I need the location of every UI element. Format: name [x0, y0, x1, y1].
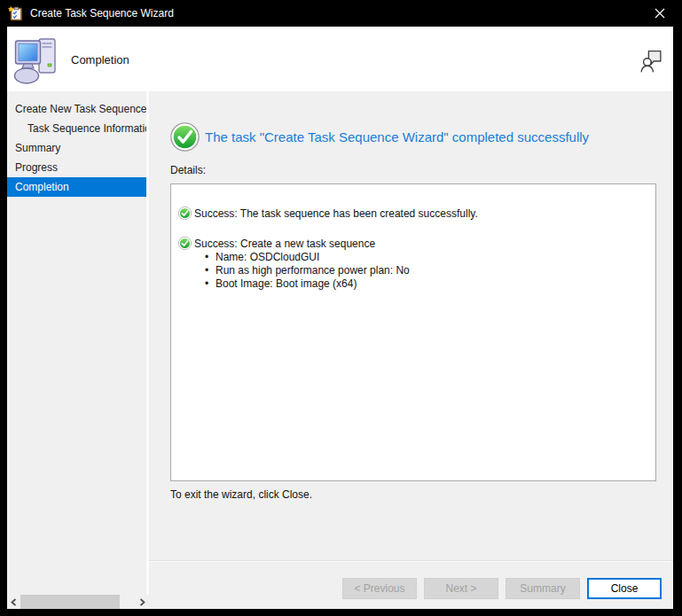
detail-bullet-text: Boot Image: Boot image (x64)	[216, 277, 357, 291]
success-icon-small	[178, 207, 192, 220]
exit-hint-text: To exit the wizard, click Close.	[170, 488, 312, 501]
page-title: Completion	[71, 52, 129, 66]
details-label: Details:	[170, 164, 206, 176]
wizard-body: Create New Task Sequence Task Sequence I…	[7, 91, 673, 609]
wizard-steps-sidebar: Create New Task Sequence Task Sequence I…	[7, 91, 146, 609]
sidebar-item-progress[interactable]: Progress	[7, 158, 146, 177]
close-icon	[655, 8, 665, 19]
sidebar-item-summary[interactable]: Summary	[7, 138, 146, 158]
detail-entry: Success: The task sequence has been crea…	[171, 207, 655, 221]
wizard-header: Completion	[7, 27, 673, 91]
next-button[interactable]: Next >	[424, 578, 498, 599]
previous-button[interactable]: < Previous	[342, 578, 417, 599]
detail-bullet-name: • Name: OSDCloudGUI	[205, 251, 655, 264]
success-icon-large	[170, 122, 200, 152]
close-wizard-button[interactable]: Close	[587, 578, 662, 599]
success-icon-small	[178, 237, 192, 250]
window-title: Create Task Sequence Wizard	[30, 7, 174, 19]
bullet-icon: •	[205, 251, 216, 264]
completion-page: The task "Create Task Sequence Wizard" c…	[149, 91, 673, 609]
titlebar: Create Task Sequence Wizard	[0, 0, 682, 27]
feedback-person-icon	[640, 49, 662, 74]
detail-entry-text: Success: Create a new task sequence	[194, 237, 375, 251]
detail-bullet-power-plan: • Run as high performance power plan: No	[205, 264, 655, 277]
close-button[interactable]	[649, 3, 670, 24]
detail-bullet-text: Name: OSDCloudGUI	[216, 251, 319, 264]
bullet-icon: •	[205, 264, 216, 277]
sidebar-item-task-sequence-information[interactable]: Task Sequence Information	[7, 119, 146, 138]
computer-icon	[12, 35, 60, 84]
detail-entry-text: Success: The task sequence has been crea…	[194, 207, 478, 221]
detail-bullet-text: Run as high performance power plan: No	[216, 264, 410, 277]
scroll-right-button[interactable]	[136, 595, 149, 609]
completion-heading: The task "Create Task Sequence Wizard" c…	[205, 129, 589, 144]
summary-button[interactable]: Summary	[506, 578, 580, 599]
detail-bullet-boot-image: • Boot Image: Boot image (x64)	[205, 277, 655, 291]
detail-entry: Success: Create a new task sequence	[171, 237, 655, 251]
wizard-window: Completion Create New Task Sequence Task…	[7, 27, 673, 609]
task-sequence-wizard-icon	[8, 6, 23, 21]
bullet-icon: •	[205, 277, 216, 291]
horizontal-scrollbar[interactable]	[7, 595, 149, 609]
scrollbar-thumb[interactable]	[20, 595, 120, 609]
chevron-right-icon	[139, 598, 145, 606]
wizard-button-bar: < Previous Next > Summary Close	[149, 560, 673, 609]
sidebar-item-completion[interactable]: Completion	[7, 177, 146, 197]
sidebar-item-create-new-task-sequence[interactable]: Create New Task Sequence	[7, 99, 146, 119]
chevron-left-icon	[11, 598, 17, 606]
details-panel: Success: The task sequence has been crea…	[170, 183, 656, 481]
scroll-left-button[interactable]	[7, 595, 20, 609]
